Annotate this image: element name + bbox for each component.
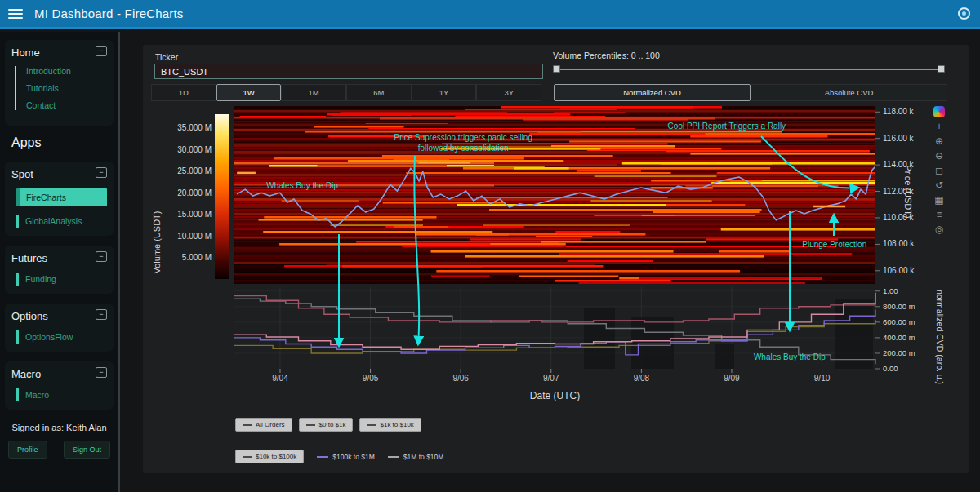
x-tick-label: 9/10 xyxy=(814,374,831,383)
x-tick-label: 9/06 xyxy=(452,374,469,383)
legend-label: $100k to $1M xyxy=(332,453,375,461)
sidebar-group-spot: Spot − FireCharts GlobalAnalysis xyxy=(5,162,114,236)
sidebar-item-firecharts[interactable]: FireCharts xyxy=(16,188,107,206)
legend-swatch-icon xyxy=(317,456,328,458)
legend-label: $10k to $100k xyxy=(256,453,296,460)
sidebar-group-home: Home − Introduction Tutorials Contact xyxy=(5,40,114,126)
ticker-input[interactable] xyxy=(154,64,543,79)
legend-label: $1M to $10M xyxy=(403,453,444,461)
price-axis-title: Price (USDT) xyxy=(903,165,913,218)
cvd-tick-label: 1.00 xyxy=(883,286,898,295)
colorbar-tick-label: 10.000 M xyxy=(177,232,212,241)
box-select-icon[interactable]: ◻ xyxy=(935,166,943,176)
slider-handle-max[interactable] xyxy=(938,65,945,73)
collapse-icon[interactable]: − xyxy=(96,46,107,56)
price-tick-label: 106.00 k xyxy=(883,266,915,275)
colorbar-tick-label: 5.000 M xyxy=(182,253,212,262)
x-tick-label: 9/05 xyxy=(363,374,379,383)
collapse-icon[interactable]: − xyxy=(96,309,107,320)
sidebar-item-tutorials[interactable]: Tutorials xyxy=(26,83,107,93)
app-header: MI Dashboard - FireCharts xyxy=(0,0,980,29)
normalized-cvd-button[interactable]: Normalized CVD xyxy=(554,84,751,101)
sidebar-group-home-title: Home xyxy=(11,47,107,59)
plotly-logo-icon[interactable] xyxy=(933,106,945,117)
legend-row-2: $10k to $100k$100k to $1M$1M to $10M xyxy=(235,450,443,463)
timeframe-1m-button[interactable]: 1M xyxy=(281,84,346,101)
price-tick-label: 116.00 k xyxy=(883,134,915,143)
zoom-in-icon[interactable]: ⊕ xyxy=(935,136,943,147)
sidebar-item-introduction[interactable]: Introduction xyxy=(26,66,107,76)
timeframe-1y-button[interactable]: 1Y xyxy=(412,84,477,101)
sidebar: Home − Introduction Tutorials Contact Ap… xyxy=(0,32,120,492)
cvd-tick-label: 400.00 m xyxy=(883,333,915,342)
chart-annotation: Plunge Protection xyxy=(802,240,866,249)
cvd-axis-title: normalized CVD (arb. u.) xyxy=(935,290,945,384)
timeframe-3y-button[interactable]: 3Y xyxy=(476,84,541,101)
legend-item[interactable]: $1k to $10k xyxy=(359,418,421,432)
sign-out-button[interactable]: Sign Out xyxy=(64,441,110,459)
chart-annotation: Whales Buy the Dip xyxy=(266,181,338,190)
sidebar-group-options-title: Options xyxy=(11,310,107,322)
legend-swatch-icon xyxy=(243,456,252,458)
x-tick-label: 9/04 xyxy=(272,374,288,383)
sidebar-item-globalanalysis[interactable]: GlobalAnalysis xyxy=(16,215,107,228)
price-tick-label: 108.00 k xyxy=(883,239,915,248)
colorbar-tick-label: 35.000 M xyxy=(177,123,212,132)
x-tick-label: 9/09 xyxy=(724,374,740,383)
legend-item[interactable]: $1M to $10M xyxy=(388,453,444,461)
legend-label: $1k to $10k xyxy=(380,421,413,428)
collapse-icon[interactable]: − xyxy=(96,251,107,262)
hamburger-menu-icon[interactable] xyxy=(8,9,23,19)
volume-percentiles-label: Volume Percentiles: 0 .. 100 xyxy=(553,51,660,60)
slider-handle-min[interactable] xyxy=(553,65,560,73)
x-tick-label: 9/07 xyxy=(543,374,559,383)
signed-in-text: Signed in as: Keith Alan xyxy=(5,423,114,432)
timeframe-button-group: 1D 1W 1M 6M 1Y 3Y xyxy=(151,84,541,101)
collapse-icon[interactable]: − xyxy=(96,167,107,178)
legend-item[interactable]: $0 to $1k xyxy=(299,418,354,432)
sidebar-apps-label: Apps xyxy=(11,135,114,150)
colorbar-tick-label: 15.000 M xyxy=(177,210,212,219)
sidebar-group-futures: Futures − Funding xyxy=(5,246,114,294)
main-panel: Ticker Volume Percentiles: 0 .. 100 1D 1… xyxy=(143,45,969,473)
legend-swatch-icon xyxy=(367,424,376,426)
sidebar-group-options: Options − OptionsFlow xyxy=(5,304,114,352)
sidebar-item-funding[interactable]: Funding xyxy=(16,273,107,286)
sidebar-item-contact[interactable]: Contact xyxy=(26,100,107,110)
x-tick-label: 9/08 xyxy=(634,374,650,383)
legend-row-1: All Orders$0 to $1k$1k to $10k xyxy=(235,418,421,432)
hover-mode-icon[interactable]: ≡ xyxy=(936,210,942,220)
profile-button[interactable]: Profile xyxy=(8,441,47,459)
sidebar-item-macro[interactable]: Macro xyxy=(16,388,107,401)
legend-item[interactable]: All Orders xyxy=(235,418,292,432)
legend-item[interactable]: $10k to $100k xyxy=(235,450,304,463)
timeframe-1w-button[interactable]: 1W xyxy=(216,84,282,101)
timeframe-6m-button[interactable]: 6M xyxy=(346,84,412,101)
legend-item[interactable]: $100k to $1M xyxy=(317,453,375,461)
colorbar-tick-label: 20.000 M xyxy=(177,188,212,197)
chart-modebar: +⊕⊖◻↺▦≡◎ xyxy=(929,106,950,235)
legend-swatch-icon xyxy=(243,424,252,426)
pan-icon[interactable]: + xyxy=(936,122,942,132)
cvd-tick-label: 800.00 m xyxy=(883,302,915,311)
price-tick-label: 118.00 k xyxy=(883,107,915,116)
timeframe-1d-button[interactable]: 1D xyxy=(151,84,216,101)
reset-view-icon[interactable]: ◎ xyxy=(935,224,943,235)
firecharts-chart[interactable]: 9/049/059/069/079/089/099/1035.000 M30.0… xyxy=(143,102,969,420)
zoom-out-icon[interactable]: ⊖ xyxy=(935,151,943,162)
collapse-icon[interactable]: − xyxy=(96,367,107,378)
chart-annotation: followed by consolidation xyxy=(418,144,509,153)
ticker-label: Ticker xyxy=(155,52,178,62)
volume-axis-title: Volume (USDT) xyxy=(152,211,162,273)
slider-track[interactable] xyxy=(553,69,945,70)
colorbar-tick-label: 25.000 M xyxy=(177,166,212,175)
volume-percentiles-slider[interactable] xyxy=(553,64,945,74)
legend-swatch-icon xyxy=(306,424,315,426)
account-status-icon[interactable] xyxy=(958,7,970,20)
reset-axes-icon[interactable]: ↺ xyxy=(935,180,943,191)
absolute-cvd-button[interactable]: Absolute CVD xyxy=(751,84,947,101)
cvd-mode-button-group: Normalized CVD Absolute CVD xyxy=(554,84,947,101)
page-title: MI Dashboard - FireCharts xyxy=(34,7,184,20)
sidebar-item-optionsflow[interactable]: OptionsFlow xyxy=(16,330,107,344)
toggle-spikelines-icon[interactable]: ▦ xyxy=(934,195,943,206)
